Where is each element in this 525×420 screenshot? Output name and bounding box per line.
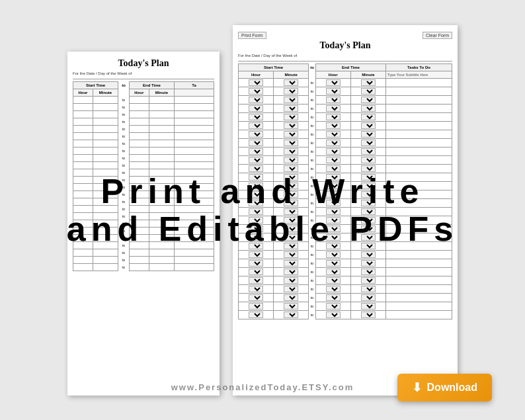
start-hour-select[interactable]: 1234 5678 9101112 xyxy=(249,260,263,267)
end-min-select[interactable]: 00153045 xyxy=(361,269,376,275)
start-hour-select[interactable]: 1234 5678 9101112 xyxy=(249,243,263,249)
start-min-select[interactable]: 00153045 xyxy=(284,234,298,241)
right-end-hour-cell[interactable]: 1234 5678 9101112 xyxy=(315,241,350,250)
clear-form-button[interactable]: Clear Form xyxy=(423,32,452,39)
start-hour-select[interactable]: 1234 5678 9101112 xyxy=(249,157,263,163)
start-hour-select[interactable]: 1234 5678 9101112 xyxy=(249,122,263,129)
right-end-min-cell[interactable]: 00153045 xyxy=(350,224,385,233)
end-hour-select[interactable]: 1234 5678 9101112 xyxy=(326,191,341,198)
right-end-min-cell[interactable]: 00153045 xyxy=(350,216,385,224)
right-start-hour-cell[interactable]: 1234 5678 9101112 xyxy=(239,267,274,276)
right-start-hour-cell[interactable]: 1234 5678 9101112 xyxy=(239,259,274,267)
download-button[interactable]: ⬇ Download xyxy=(397,374,492,401)
right-end-hour-cell[interactable]: 1234 5678 9101112 xyxy=(315,190,350,198)
start-min-select[interactable]: 00153045 xyxy=(284,208,298,215)
right-end-min-cell[interactable]: 00153045 xyxy=(350,87,385,95)
right-end-min-cell[interactable]: 00153045 xyxy=(350,250,385,259)
right-start-hour-cell[interactable]: 1234 5678 9101112 xyxy=(239,224,274,233)
right-start-min-cell[interactable]: 00153045 xyxy=(274,104,309,112)
right-start-min-cell[interactable]: 00153045 xyxy=(274,95,309,104)
right-start-hour-cell[interactable]: 1234 5678 9101112 xyxy=(239,190,274,198)
right-start-min-cell[interactable]: 00153045 xyxy=(274,259,309,267)
right-start-hour-cell[interactable]: 1234 5678 9101112 xyxy=(239,112,274,121)
right-end-hour-cell[interactable]: 1234 5678 9101112 xyxy=(315,310,350,319)
right-end-min-cell[interactable]: 00153045 xyxy=(350,310,385,319)
print-form-button[interactable]: Print Form xyxy=(238,32,266,39)
start-hour-select[interactable]: 1234 5678 9101112 xyxy=(249,114,263,120)
right-end-min-cell[interactable]: 00153045 xyxy=(350,147,385,155)
end-hour-select[interactable]: 1234 5678 9101112 xyxy=(326,122,341,129)
right-end-min-cell[interactable]: 00153045 xyxy=(350,207,385,216)
start-min-select[interactable]: 00153045 xyxy=(284,140,298,146)
right-start-min-cell[interactable]: 00153045 xyxy=(274,207,309,216)
right-start-min-cell[interactable]: 00153045 xyxy=(274,276,309,284)
start-hour-select[interactable]: 1234 5678 9101112 xyxy=(249,251,263,258)
right-start-min-cell[interactable]: 00153045 xyxy=(274,121,309,130)
end-min-select[interactable]: 00153045 xyxy=(361,174,376,181)
end-min-select[interactable]: 00153045 xyxy=(361,260,376,267)
right-start-min-cell[interactable]: 00153045 xyxy=(274,112,309,121)
right-start-hour-cell[interactable]: 1234 5678 9101112 xyxy=(239,310,274,319)
start-hour-select[interactable]: 1234 5678 9101112 xyxy=(249,183,263,189)
start-min-select[interactable]: 00153045 xyxy=(284,157,298,163)
end-hour-select[interactable]: 1234 5678 9101112 xyxy=(326,217,341,224)
start-min-select[interactable]: 00153045 xyxy=(284,165,298,172)
right-end-hour-cell[interactable]: 1234 5678 9101112 xyxy=(315,233,350,241)
right-start-min-cell[interactable]: 00153045 xyxy=(274,250,309,259)
right-start-min-cell[interactable]: 00153045 xyxy=(274,293,309,302)
right-start-min-cell[interactable]: 00153045 xyxy=(274,173,309,181)
right-end-hour-cell[interactable]: 1234 5678 9101112 xyxy=(315,78,350,87)
right-end-min-cell[interactable]: 00153045 xyxy=(350,198,385,207)
right-start-min-cell[interactable]: 00153045 xyxy=(274,164,309,173)
end-hour-select[interactable]: 1234 5678 9101112 xyxy=(326,174,341,181)
right-start-min-cell[interactable]: 00153045 xyxy=(274,78,309,87)
right-start-min-cell[interactable]: 00153045 xyxy=(274,147,309,155)
start-min-select[interactable]: 00153045 xyxy=(284,303,298,310)
right-end-hour-cell[interactable]: 1234 5678 9101112 xyxy=(315,207,350,216)
start-hour-select[interactable]: 1234 5678 9101112 xyxy=(249,294,263,301)
right-end-hour-cell[interactable]: 1234 5678 9101112 xyxy=(315,250,350,259)
start-min-select[interactable]: 00153045 xyxy=(284,97,298,103)
start-hour-select[interactable]: 1234 5678 9101112 xyxy=(249,174,263,181)
start-hour-select[interactable]: 1234 5678 9101112 xyxy=(249,217,263,224)
end-hour-select[interactable]: 1234 5678 9101112 xyxy=(326,234,341,241)
right-end-hour-cell[interactable]: 1234 5678 9101112 xyxy=(315,302,350,310)
end-hour-select[interactable]: 1234 5678 9101112 xyxy=(326,208,341,215)
right-end-hour-cell[interactable]: 1234 5678 9101112 xyxy=(315,284,350,293)
right-start-min-cell[interactable]: 00153045 xyxy=(274,190,309,198)
end-hour-select[interactable]: 1234 5678 9101112 xyxy=(326,157,341,163)
right-start-hour-cell[interactable]: 1234 5678 9101112 xyxy=(239,138,274,147)
right-start-hour-cell[interactable]: 1234 5678 9101112 xyxy=(239,95,274,104)
end-hour-select[interactable]: 1234 5678 9101112 xyxy=(326,97,341,103)
right-end-min-cell[interactable]: 00153045 xyxy=(350,155,385,164)
right-start-min-cell[interactable]: 00153045 xyxy=(274,233,309,241)
right-start-hour-cell[interactable]: 1234 5678 9101112 xyxy=(239,87,274,95)
right-start-min-cell[interactable]: 00153045 xyxy=(274,130,309,138)
right-end-min-cell[interactable]: 00153045 xyxy=(350,112,385,121)
start-min-select[interactable]: 00153045 xyxy=(284,131,298,138)
end-min-select[interactable]: 00153045 xyxy=(361,148,376,155)
right-start-hour-cell[interactable]: 1234 5678 9101112 xyxy=(239,207,274,216)
start-min-select[interactable]: 00153045 xyxy=(284,277,298,284)
start-hour-select[interactable]: 1234 5678 9101112 xyxy=(249,303,263,310)
end-hour-select[interactable]: 1234 5678 9101112 xyxy=(326,277,341,284)
start-min-select[interactable]: 00153045 xyxy=(284,114,298,120)
right-end-hour-cell[interactable]: 1234 5678 9101112 xyxy=(315,173,350,181)
right-end-min-cell[interactable]: 00153045 xyxy=(350,259,385,267)
right-start-hour-cell[interactable]: 1234 5678 9101112 xyxy=(239,147,274,155)
end-min-select[interactable]: 00153045 xyxy=(361,294,376,301)
right-end-hour-cell[interactable]: 1234 5678 9101112 xyxy=(315,95,350,104)
right-end-min-cell[interactable]: 00153045 xyxy=(350,130,385,138)
right-start-min-cell[interactable]: 00153045 xyxy=(274,87,309,95)
end-min-select[interactable]: 00153045 xyxy=(361,183,376,189)
start-hour-select[interactable]: 1234 5678 9101112 xyxy=(249,234,263,241)
end-min-select[interactable]: 00153045 xyxy=(361,234,376,241)
start-min-select[interactable]: 00153045 xyxy=(284,122,298,129)
start-hour-select[interactable]: 1234 5678 9101112 xyxy=(249,208,263,215)
right-start-hour-cell[interactable]: 1234 5678 9101112 xyxy=(239,216,274,224)
end-min-select[interactable]: 00153045 xyxy=(361,303,376,310)
end-min-select[interactable]: 00153045 xyxy=(361,312,376,318)
right-start-min-cell[interactable]: 00153045 xyxy=(274,224,309,233)
right-end-min-cell[interactable]: 00153045 xyxy=(350,276,385,284)
right-start-hour-cell[interactable]: 1234 5678 9101112 xyxy=(239,104,274,112)
